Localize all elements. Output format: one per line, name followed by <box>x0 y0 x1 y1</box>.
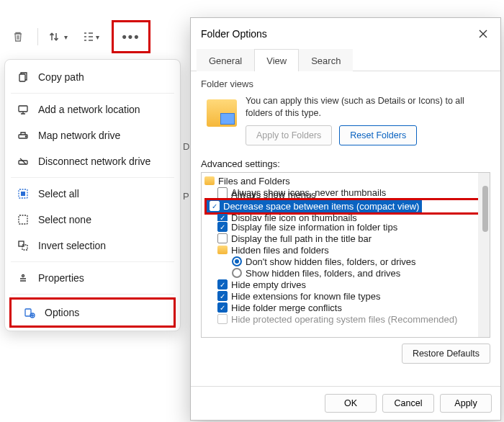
svg-point-10 <box>22 275 24 277</box>
advanced-settings-box: Files and Folders Always show icons, nev… <box>201 172 490 338</box>
sort-icon[interactable]: ▾ <box>44 24 71 50</box>
checkbox-icon[interactable]: ✓ <box>217 222 228 232</box>
tab-general[interactable]: General <box>197 49 254 71</box>
tree-compact-view-highlight: ✓Decrease space between items (compact v… <box>204 198 487 215</box>
ctx-label: Select none <box>38 214 91 225</box>
context-menu: Copy path Add a network location Map net… <box>4 59 181 331</box>
more-icon: ••• <box>122 30 140 45</box>
ctx-label: Add a network location <box>38 104 140 115</box>
select-all-icon <box>17 187 30 200</box>
ctx-label: Select all <box>38 188 79 199</box>
properties-icon <box>17 271 30 284</box>
checkbox-icon[interactable]: ✓ <box>210 201 220 211</box>
tab-view[interactable]: View <box>254 49 299 71</box>
network-location-icon <box>17 103 30 116</box>
svg-rect-0 <box>19 74 25 81</box>
ctx-select-none[interactable]: Select none <box>5 207 180 233</box>
checkbox-icon[interactable]: ✓ <box>217 291 228 301</box>
ctx-copy-path[interactable]: Copy path <box>5 64 180 90</box>
tree-show-hidden[interactable]: Show hidden files, folders, and drives <box>204 267 487 279</box>
folder-options-dialog: Folder Options General View Search Folde… <box>190 17 501 421</box>
svg-rect-8 <box>19 241 24 246</box>
checkbox-icon[interactable] <box>217 233 228 243</box>
ctx-label: Copy path <box>38 71 84 83</box>
ok-button[interactable]: OK <box>325 394 377 413</box>
view-menu-icon[interactable]: ▾ <box>77 24 104 50</box>
folder-icon <box>217 246 228 254</box>
tree-hidden-files[interactable]: Hidden files and folders <box>204 244 487 256</box>
svg-rect-1 <box>19 106 27 112</box>
ctx-label: Invert selection <box>38 240 106 251</box>
tree-hide-merge-conflicts[interactable]: ✓Hide folder merge conflicts <box>204 302 487 313</box>
ctx-label: Disconnect network drive <box>38 156 150 167</box>
restore-defaults-button[interactable]: Restore Defaults <box>402 344 490 364</box>
apply-to-folders-button[interactable]: Apply to Folders <box>246 125 332 145</box>
tree-hide-protected-os[interactable]: Hide protected operating system files (R… <box>204 313 487 325</box>
ctx-invert-selection[interactable]: Invert selection <box>5 233 180 259</box>
copy-path-icon <box>17 71 30 84</box>
checkbox-icon[interactable] <box>217 314 228 324</box>
folder-icon <box>204 176 215 185</box>
ctx-select-all[interactable]: Select all <box>5 181 180 207</box>
tree-display-file-size[interactable]: ✓Display file size information in folder… <box>204 221 487 233</box>
cancel-button[interactable]: Cancel <box>382 394 434 413</box>
tree-hide-empty-drives[interactable]: ✓Hide empty drives <box>204 279 487 290</box>
close-button[interactable] <box>473 24 493 44</box>
folder-views-heading: Folder views <box>201 78 490 89</box>
tabs: General View Search <box>191 48 500 71</box>
ctx-label: Properties <box>38 272 84 284</box>
svg-rect-9 <box>22 245 27 250</box>
ctx-add-network-location[interactable]: Add a network location <box>5 96 180 122</box>
apply-button[interactable]: Apply <box>440 394 492 413</box>
ctx-properties[interactable]: Properties <box>5 265 180 291</box>
tree-compact-view[interactable]: ✓Decrease space between items (compact v… <box>207 200 422 212</box>
checkbox-icon[interactable]: ✓ <box>217 302 228 313</box>
checkbox-icon[interactable]: ✓ <box>217 279 228 289</box>
map-drive-icon <box>17 129 30 142</box>
more-button-highlight: ••• <box>112 20 150 53</box>
svg-point-3 <box>25 136 26 137</box>
folder-views-icon <box>207 99 237 127</box>
checkbox-icon[interactable]: ✓ <box>217 214 228 221</box>
radio-icon[interactable] <box>232 268 242 278</box>
select-none-icon <box>17 213 30 226</box>
tree-display-full-path[interactable]: Display the full path in the title bar <box>204 233 487 244</box>
ctx-map-drive[interactable]: Map network drive <box>5 122 180 148</box>
scrollbar-thumb[interactable] <box>482 186 488 232</box>
reset-folders-button[interactable]: Reset Folders <box>339 125 417 145</box>
tree-hide-extensions[interactable]: ✓Hide extensions for known file types <box>204 290 487 302</box>
ctx-disconnect-drive[interactable]: Disconnect network drive <box>5 148 180 174</box>
svg-rect-7 <box>19 215 27 224</box>
svg-rect-6 <box>21 192 25 196</box>
scrollbar[interactable] <box>478 173 490 337</box>
tab-search[interactable]: Search <box>299 49 353 71</box>
ctx-label: Map network drive <box>38 130 120 141</box>
tree-root[interactable]: Files and Folders <box>204 175 487 187</box>
disconnect-drive-icon <box>17 155 30 168</box>
radio-icon[interactable] <box>232 256 242 266</box>
ctx-label: Options <box>45 307 79 318</box>
folder-views-desc: You can apply this view (such as Details… <box>246 95 487 120</box>
tree-dont-show-hidden[interactable]: Don't show hidden files, folders, or dri… <box>204 256 487 267</box>
advanced-settings-label: Advanced settings: <box>201 158 490 169</box>
more-button[interactable]: ••• <box>122 30 140 45</box>
dialog-title: Folder Options <box>201 28 267 40</box>
ctx-options-highlight: Options <box>9 297 176 328</box>
invert-selection-icon <box>17 239 30 252</box>
options-icon <box>23 306 36 319</box>
tree-display-file-icon[interactable]: ✓Display file icon on thumbnails <box>204 214 487 221</box>
delete-icon[interactable] <box>4 24 32 50</box>
checkbox-icon[interactable] <box>217 192 228 198</box>
